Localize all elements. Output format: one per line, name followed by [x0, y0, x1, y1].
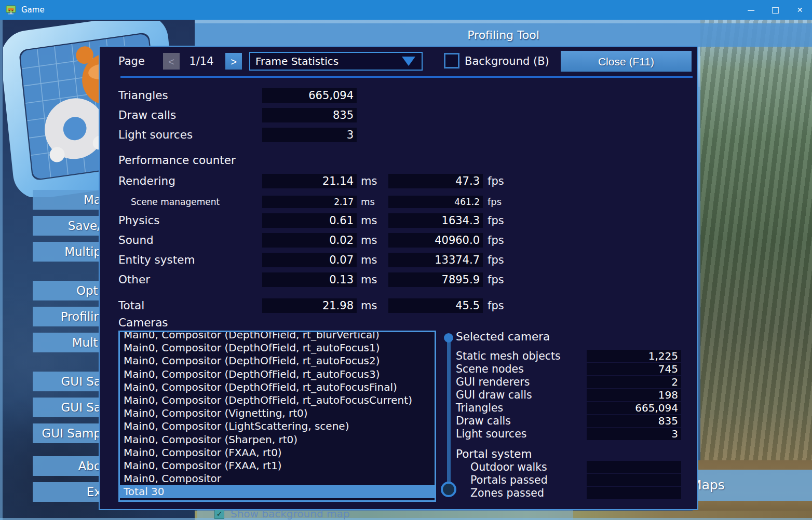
camera-list-item[interactable]: Main0, Compositor (FXAA, rt1) [120, 459, 435, 472]
page-indicator: 1/14 [182, 55, 221, 67]
selected-camera-label: Light sources [456, 428, 526, 440]
fps-unit: fps [488, 213, 504, 228]
selected-camera-row: Triangles 665,094 [456, 402, 682, 415]
ms-unit: ms [361, 213, 377, 228]
camera-list-item[interactable]: Main0, Compositor (Sharpen, rt0) [120, 433, 435, 446]
fps-unit: fps [488, 233, 504, 248]
header-separator [120, 76, 693, 78]
background-checkbox-label: Background (B) [465, 55, 549, 67]
stat-value: 3 [262, 128, 357, 142]
ms-unit: ms [361, 298, 377, 313]
performance-row: Entity system 0.07 ms 13374.7 fps [118, 253, 523, 267]
cliff [700, 20, 812, 520]
cameras-list[interactable]: Main0, Compositor (DepthOfField, rt_blur… [118, 331, 436, 502]
menu-button[interactable]: Abo [33, 456, 102, 476]
menu-button[interactable]: GUI Sa [33, 372, 102, 391]
selected-camera-label: Draw calls [456, 415, 511, 427]
performance-row: Scene management 2.17 ms 461.2 fps [118, 195, 523, 209]
scrollbar-top-dot [444, 333, 453, 343]
portal-system-value [587, 474, 681, 486]
performance-title: Performance counter [118, 154, 236, 167]
total-label: Total [118, 299, 144, 312]
performance-total-row: Total 21.98 ms 45.5 fps [118, 298, 523, 313]
stat-label: Triangles [118, 89, 168, 102]
close-window-button[interactable]: ✕ [788, 0, 812, 20]
ms-unit: ms [361, 272, 377, 287]
camera-list-item[interactable]: Main0, Compositor (DepthOfField, rt_auto… [120, 341, 435, 354]
minimize-button[interactable]: — [739, 0, 763, 20]
page-label: Page [118, 55, 145, 67]
cameras-title: Cameras [118, 316, 168, 329]
background-checkbox[interactable] [444, 53, 459, 69]
perf-fps-value: 461.2 [388, 196, 483, 208]
perf-ms-value: 0.02 [262, 233, 357, 248]
stat-value: 665,094 [262, 88, 357, 103]
perf-fps-value: 40960.0 [388, 233, 483, 248]
portal-system-row: Outdoor walks [456, 461, 682, 474]
selected-camera-row: Draw calls 835 [456, 415, 682, 428]
menu-button[interactable]: Multip [33, 242, 102, 262]
menu-button[interactable]: Ex [33, 482, 102, 502]
camera-list-item[interactable]: Main0, Compositor [120, 472, 435, 485]
perf-ms-value: 0.07 [262, 253, 357, 267]
stat-label: Draw calls [118, 108, 176, 121]
perf-ms-value: 0.61 [262, 213, 357, 228]
camera-list-item[interactable]: Main0, Compositor (Vignetting, rt0) [120, 407, 435, 420]
menu-button[interactable]: Ma [33, 190, 102, 210]
scrollbar-thumb[interactable] [441, 482, 456, 497]
total-fps-value: 45.5 [388, 298, 483, 313]
menu-button[interactable]: GUI Sa [33, 398, 102, 417]
selected-camera-row: Static mesh objects 1,225 [456, 350, 682, 363]
show-background-map-checkbox[interactable]: ✓ [214, 509, 224, 519]
camera-list-item[interactable]: Main0, Compositor (DepthOfField, rt_auto… [120, 381, 435, 394]
menu-button[interactable]: Save/ [33, 216, 102, 236]
fps-unit: fps [488, 174, 504, 188]
page-select-dropdown[interactable]: Frame Statistics [249, 52, 423, 71]
fps-unit: fps [488, 253, 504, 267]
window-frame-left [0, 20, 3, 520]
performance-row: Other 0.13 ms 7895.9 fps [118, 272, 523, 287]
selected-camera-value: 745 [587, 363, 681, 375]
perf-fps-value: 13374.7 [388, 253, 483, 267]
perf-fps-value: 7895.9 [388, 272, 483, 287]
portal-system-label: Portals passed [456, 474, 548, 486]
selected-camera-value: 665,094 [587, 402, 681, 414]
frame-stats: Triangles 665,094 Draw calls 835 Light s… [118, 88, 383, 147]
camera-list-item[interactable]: Main0, Compositor (DepthOfField, rt_blur… [120, 331, 435, 341]
camera-list-item[interactable]: Main0, Compositor (DepthOfField, rt_auto… [120, 368, 435, 381]
prev-page-button[interactable]: < [163, 53, 180, 70]
close-profiler-button[interactable]: Close (F11) [561, 51, 692, 72]
perf-label: Other [118, 273, 150, 286]
portal-system-value [587, 461, 681, 473]
camera-list-item[interactable]: Main0, Compositor (LightScattering, scen… [120, 420, 435, 433]
maximize-button[interactable]: □ [763, 0, 788, 20]
perf-label: Physics [118, 214, 160, 227]
selected-camera-title: Selected camera [456, 330, 550, 343]
perf-label: Rendering [118, 174, 175, 187]
portal-system-row: Portals passed [456, 474, 682, 487]
dropdown-arrow-icon [402, 57, 415, 66]
camera-list-item[interactable]: Main0, Compositor (DepthOfField, rt_auto… [120, 394, 435, 407]
selected-camera-label: Triangles [456, 402, 503, 414]
selected-camera-value: 2 [587, 376, 681, 388]
scrollbar-track[interactable] [447, 338, 451, 492]
menu-button[interactable]: Profilin [33, 307, 102, 326]
camera-list-item[interactable]: Main0, Compositor (FXAA, rt0) [120, 446, 435, 459]
selected-camera-table: Static mesh objects 1,225 Scene nodes 74… [456, 350, 682, 441]
menu-button[interactable]: Multi [33, 333, 102, 352]
ms-unit: ms [361, 174, 377, 188]
menu-button[interactable]: GUI Samp [33, 423, 102, 443]
stat-row: Triangles 665,094 [118, 88, 383, 103]
ms-unit: ms [361, 195, 375, 209]
selected-camera-label: GUI renderers [456, 376, 530, 388]
ms-unit: ms [361, 233, 377, 248]
camera-list-item[interactable]: Main0, Compositor (DepthOfField, rt_auto… [120, 354, 435, 367]
next-page-button[interactable]: > [225, 53, 242, 70]
stat-row: Light sources 3 [118, 128, 383, 142]
selected-camera-row: GUI renderers 2 [456, 376, 682, 389]
page-select-value: Frame Statistics [255, 54, 339, 69]
selected-camera-value: 198 [587, 389, 681, 401]
camera-list-item[interactable]: Total 30 [120, 485, 435, 498]
selected-camera-value: 3 [587, 428, 681, 440]
menu-button[interactable]: Opti [33, 281, 102, 300]
